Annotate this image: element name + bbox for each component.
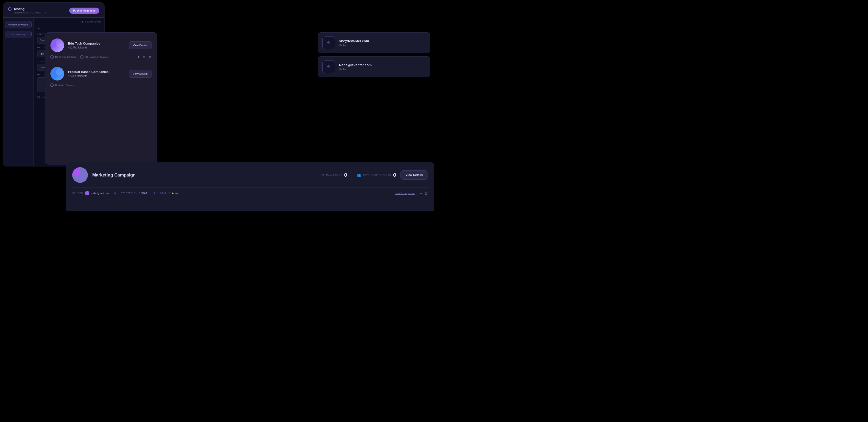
verified-badge-rena: Verified [339,68,426,71]
trash-icon: 🗑 [81,21,84,23]
unverified-contacts-label-edu: 132 UnVerified Contacts [85,56,108,58]
preview-checkbox[interactable] [37,96,40,98]
status-meta: STATUS Active [160,192,179,194]
sequence-header: Testing SEQUENCE AUTOMATION Publish Sequ… [3,3,104,18]
verified-contacts-product: 12 Verified Contacts [51,84,75,87]
delete-step-label: DELETE STEP [85,21,101,23]
sender-email: rucha@mail.com [91,192,110,194]
status-label: STATUS [160,192,170,194]
download-icon-edu[interactable]: ⬇ [137,55,140,59]
people-icon: 👥 [357,173,361,177]
group-participants-edu: 411 Participants [68,46,125,49]
email-address-rena: Rena@levanter.com [339,63,426,67]
mails-sent-stat: ✉ MAILS SENT 0 [321,172,347,178]
avatar-inner-circle [56,40,63,47]
trash-icon-campaign[interactable]: 🗑 [425,191,428,195]
total-participants-label: TOTAL PARTICIPANTS [363,174,391,176]
edit-icon-campaign[interactable]: ✏ [420,191,422,195]
sequence-subtitle: SEQUENCE AUTOMATION [13,11,48,14]
email-info-rena: Rena@levanter.com Verified [339,63,426,71]
campaign-bottom-row: SENDER rucha@mail.com STARTED ON 12/12/2… [72,187,428,195]
total-participants-value: 0 [393,172,396,178]
sequence-dot-icon [8,7,11,11]
group-info-edu: Edu Tech Companies 411 Participants [68,41,125,49]
dot-separator-1 [114,192,116,194]
campaign-title: Marketing Campaign [92,173,317,178]
disable-sequence-button[interactable]: Disable Sequence [395,192,415,194]
campaign-stats: ✉ MAILS SENT 0 👥 TOTAL PARTICIPANTS 0 [321,172,396,178]
email-avatar-rena: ✈ [322,60,335,73]
group-actions-product: View Details [129,70,152,78]
dot-separator-2 [154,192,155,194]
email-info-skx: skx@levanter.com Verified [339,39,426,47]
group-item-edu: Edu Tech Companies 411 Participants View… [51,38,152,63]
edit-icon-edu[interactable]: ✏ [143,55,146,59]
campaign-avatar [72,167,88,183]
email-accounts-panel: ✈ skx@levanter.com Verified ✈ Rena@levan… [318,32,430,77]
sequence-title-block: Testing SEQUENCE AUTOMATION [8,7,48,14]
group-participants-product: 423 Participants [68,74,125,77]
email-card-skx: ✈ skx@levanter.com Verified [318,32,430,53]
mail-icon: ✉ [321,173,324,177]
started-on-meta: STARTED ON 12/12/21 [121,192,149,194]
group-name-edu: Edu Tech Companies [68,41,125,45]
group-item-product: Product Based Companies 423 Participants… [51,67,152,87]
sender-meta: SENDER rucha@mail.com [72,191,110,195]
group-name-product: Product Based Companies [68,70,125,74]
group-actions-edu: View Details [129,41,152,49]
participants-stat: 👥 TOTAL PARTICIPANTS 0 [357,172,396,178]
started-on-value: 12/12/21 [139,192,149,194]
view-details-button-product[interactable]: View Details [129,70,152,78]
sequence-title: Testing [13,7,25,11]
groups-panel: Edu Tech Companies 411 Participants View… [45,32,157,164]
trash-icon-edu[interactable]: 🗑 [149,55,152,59]
sender-label: SENDER [72,192,83,194]
campaign-top-row: Marketing Campaign ✉ MAILS SENT 0 👥 TOTA… [72,167,428,183]
back-arrow-icon[interactable]: ← [37,27,101,30]
view-details-button-edu[interactable]: View Details [129,41,152,49]
campaign-action-icons: ✏ 🗑 [420,191,428,195]
status-value: Active [172,192,179,194]
paper-plane-icon-skx: ✈ [327,40,331,46]
shield-icon-verified-product [51,84,54,87]
sender-avatar-icon [85,191,89,195]
publish-sequence-button[interactable]: Publish Sequence [69,8,99,14]
mails-sent-label: MAILS SENT [326,174,342,176]
edu-action-icons: ⬇ ✏ 🗑 [137,55,152,59]
paper-plane-icon-rena: ✈ [327,64,331,69]
shield-icon-unverified-edu [80,55,84,59]
verified-contacts-label-edu: 132 Verified Contacts [55,56,76,58]
step-pill-welcome[interactable]: Welcome to Website [5,21,32,28]
email-card-rena: ✈ Rena@levanter.com Verified [318,56,430,77]
step-pill-add[interactable]: Add New Step [5,31,32,38]
shield-icon-verified-edu [51,55,54,59]
avatar-inner-circle-product [56,68,63,75]
delete-step-row: 🗑 DELETE STEP [37,21,101,23]
group-avatar-product [51,67,64,81]
campaign-view-details-button[interactable]: View Details [400,170,428,180]
verified-contacts-edu: 132 Verified Contacts [51,55,76,59]
email-avatar-skx: ✈ [322,36,335,49]
sequence-icon-title: Testing [8,7,48,11]
unverified-contacts-edu: 132 UnVerified Contacts [80,55,108,59]
campaign-panel: Marketing Campaign ✉ MAILS SENT 0 👥 TOTA… [66,162,434,211]
started-on-label: STARTED ON [121,192,137,194]
group-avatar-edu [51,38,64,52]
email-address-skx: skx@levanter.com [339,39,426,43]
verified-contacts-label-product: 12 Verified Contacts [55,84,75,86]
group-info-product: Product Based Companies 423 Participants [68,70,125,77]
verified-badge-skx: Verified [339,44,426,47]
mails-sent-value: 0 [344,172,347,178]
sequence-sidebar: Welcome to Website Add New Step [3,18,34,167]
